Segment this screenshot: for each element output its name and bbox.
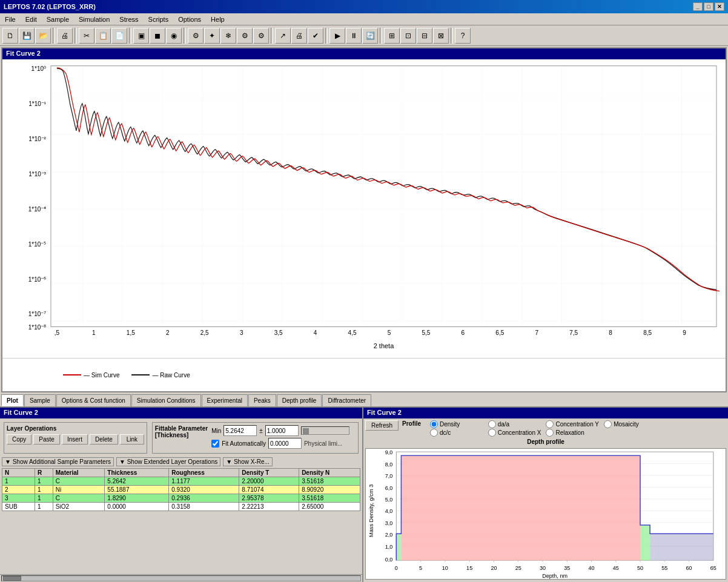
radio-relaxation[interactable] xyxy=(546,429,554,437)
menu-options[interactable]: Options xyxy=(176,15,204,24)
legend-sim-line xyxy=(63,374,81,375)
profile-label: Profile xyxy=(402,420,426,427)
toolbar-copy[interactable]: 📋 xyxy=(95,28,111,44)
table-row[interactable]: 31C1.82900.29362.953783.51618 xyxy=(2,494,360,503)
horizontal-scrollbar[interactable] xyxy=(0,574,362,581)
svg-text:15: 15 xyxy=(466,565,472,571)
menu-scripts[interactable]: Scripts xyxy=(146,15,171,24)
table-row[interactable]: 11C5.26421.11772.200003.51618 xyxy=(2,477,360,486)
app-title: LEPTOS 7.02 (LEPTOS_XRR) xyxy=(4,3,96,10)
minimize-button[interactable]: _ xyxy=(693,2,703,11)
toolbar-btn9[interactable]: ✦ xyxy=(204,28,220,44)
svg-rect-1 xyxy=(51,66,716,327)
toolbar-btn7[interactable]: ◉ xyxy=(166,28,182,44)
tab-depth-profile[interactable]: Depth profile xyxy=(277,394,322,406)
toolbar-print[interactable]: 🖨 xyxy=(57,28,73,44)
toolbar-open[interactable]: 📂 xyxy=(35,28,51,44)
maximize-button[interactable]: □ xyxy=(704,2,713,11)
svg-text:1*10⁻⁶: 1*10⁻⁶ xyxy=(28,276,46,282)
svg-text:1*10⁻⁴: 1*10⁻⁴ xyxy=(28,205,46,212)
menu-file[interactable]: File xyxy=(2,15,18,24)
toolbar-grid2[interactable]: ⊡ xyxy=(400,28,416,44)
radio-mosaicity-label: Mosaicity xyxy=(614,421,639,428)
slider[interactable] xyxy=(301,426,349,435)
toolbar-pause[interactable]: ⏸ xyxy=(346,28,362,44)
radio-dada[interactable] xyxy=(488,420,496,428)
link-button[interactable]: Link xyxy=(120,434,144,445)
tab-peaks[interactable]: Peaks xyxy=(248,394,276,406)
close-button[interactable]: ✕ xyxy=(715,2,724,11)
tab-plot[interactable]: Plot xyxy=(1,394,24,406)
layer-table-container[interactable]: N R Material Thickness Roughness Density… xyxy=(0,468,362,574)
svg-text:7,5: 7,5 xyxy=(569,329,578,336)
toolbar-grid4[interactable]: ⊠ xyxy=(433,28,449,44)
tab-sample[interactable]: Sample xyxy=(24,394,56,406)
insert-button[interactable]: Insert xyxy=(62,434,88,445)
radio-dcc[interactable] xyxy=(430,429,438,437)
toolbar-btn11[interactable]: ⚙ xyxy=(237,28,253,44)
toolbar-paste[interactable]: 📄 xyxy=(111,28,127,44)
toolbar-refresh[interactable]: 🔄 xyxy=(362,28,378,44)
svg-text:7: 7 xyxy=(535,329,538,336)
table-row[interactable]: 21Ni55.18870.93208.710748.90920 xyxy=(2,486,360,494)
tab-options-cost[interactable]: Options & Cost function xyxy=(56,394,131,406)
toolbar-btn10[interactable]: ❄ xyxy=(220,28,236,44)
svg-text:4,0: 4,0 xyxy=(385,508,393,514)
toolbar-btn15[interactable]: ✔ xyxy=(308,28,323,44)
toolbar-btn8[interactable]: ⚙ xyxy=(188,28,204,44)
fit-auto-label: Fit Automatically xyxy=(222,440,266,447)
toolbar-help[interactable]: ? xyxy=(455,28,471,44)
main-chart-container: Fit Curve 2 1*10⁰ 1*10⁻¹ 1*10⁻² 1*10⁻³ 1… xyxy=(1,47,727,392)
radio-dada-row: da/a xyxy=(488,420,541,428)
toolbar-save[interactable]: 💾 xyxy=(19,28,35,44)
toolbar-btn6[interactable]: ◼ xyxy=(150,28,165,44)
tab-experimental[interactable]: Experimental xyxy=(202,394,248,406)
fit-automatically-checkbox[interactable] xyxy=(211,440,219,448)
radio-mosaicity[interactable] xyxy=(604,420,612,428)
toolbar-btn12[interactable]: ⚙ xyxy=(253,28,269,44)
depth-profile-title: Depth profile xyxy=(363,438,728,445)
depth-chart[interactable]: 9,0 8,0 7,0 6,0 5,0 4,0 3,0 2,0 1,0 0,0 … xyxy=(365,448,726,580)
radio-concy[interactable] xyxy=(546,420,554,428)
copy-button[interactable]: Copy xyxy=(7,434,31,445)
second-value-input[interactable] xyxy=(268,438,302,449)
svg-text:3: 3 xyxy=(240,329,243,336)
tab-simulation-conditions[interactable]: Simulation Conditions xyxy=(131,394,201,406)
plus-minus: ± xyxy=(259,428,263,434)
toolbar-grid1[interactable]: ⊞ xyxy=(384,28,400,44)
paste-button[interactable]: Paste xyxy=(33,434,60,445)
min-value-input[interactable] xyxy=(265,425,299,436)
toolbar-play[interactable]: ▶ xyxy=(329,28,345,44)
svg-text:0: 0 xyxy=(395,565,398,571)
toolbar-btn13[interactable]: ↗ xyxy=(275,28,291,44)
menu-sample[interactable]: Sample xyxy=(44,15,71,24)
svg-text:3,0: 3,0 xyxy=(385,520,393,526)
refresh-button[interactable]: Refresh xyxy=(365,420,399,431)
toolbar-new[interactable]: 🗋 xyxy=(2,28,18,44)
svg-rect-70 xyxy=(650,534,713,560)
show-additional-params-button[interactable]: ▼ Show Additional Sample Parameters xyxy=(2,457,114,466)
menu-simulation[interactable]: Simulation xyxy=(76,15,112,24)
svg-text:2: 2 xyxy=(166,329,170,336)
toolbar-btn5[interactable]: ▣ xyxy=(133,28,149,44)
radio-concx[interactable] xyxy=(488,429,496,437)
menu-edit[interactable]: Edit xyxy=(23,15,39,24)
radio-density[interactable] xyxy=(430,420,438,428)
chart-area[interactable]: 1*10⁰ 1*10⁻¹ 1*10⁻² 1*10⁻³ 1*10⁻⁴ 1*10⁻⁵… xyxy=(2,59,726,358)
menu-help[interactable]: Help xyxy=(208,15,227,24)
svg-rect-68 xyxy=(401,455,640,560)
fittable-value-input[interactable] xyxy=(223,425,257,436)
table-row[interactable]: SUB1SiO20.00000.31582.222132.65000 xyxy=(2,503,360,511)
toolbar-cut[interactable]: ✂ xyxy=(79,28,94,44)
tab-diffractometer[interactable]: Diffractometer xyxy=(322,394,371,406)
toolbar-grid3[interactable]: ⊟ xyxy=(417,28,432,44)
toolbar-btn14[interactable]: 🖨 xyxy=(291,28,307,44)
show-xre-button[interactable]: ▼ Show X-Re... xyxy=(223,457,273,466)
show-extended-layer-ops-button[interactable]: ▼ Show Extended Layer Operations xyxy=(116,457,220,466)
col-n: N xyxy=(2,469,35,477)
title-bar-buttons[interactable]: _ □ ✕ xyxy=(693,2,724,11)
delete-button[interactable]: Delete xyxy=(90,434,118,445)
menu-stress[interactable]: Stress xyxy=(117,15,141,24)
svg-text:Mass Density, g/cm 3: Mass Density, g/cm 3 xyxy=(368,484,374,537)
svg-text:4: 4 xyxy=(314,329,317,336)
